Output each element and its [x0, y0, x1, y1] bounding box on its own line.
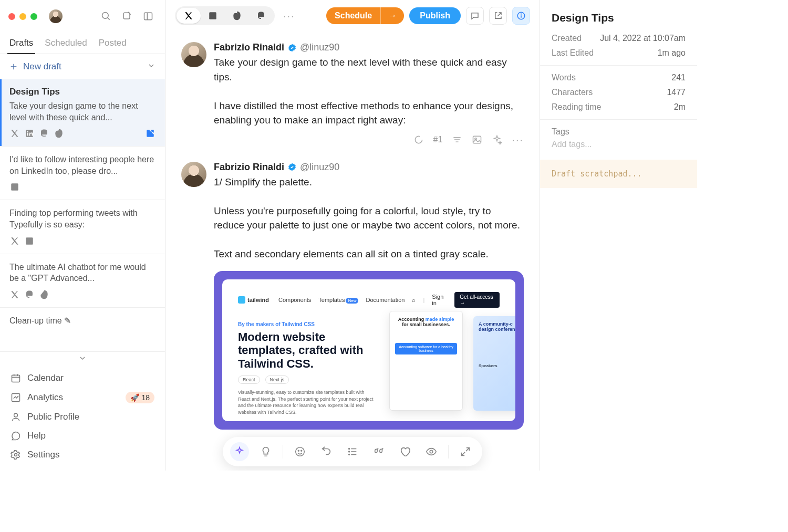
info-icon[interactable] [512, 7, 530, 25]
main-editor: ··· Schedule → Publish Fabrizio Rinaldi … [165, 0, 540, 471]
svg-point-31 [301, 450, 302, 451]
idea-icon[interactable] [256, 442, 275, 461]
thread-editor[interactable]: Fabrizio Rinaldi @linuz90 Take your desi… [165, 32, 540, 471]
platform-mastodon[interactable] [249, 8, 273, 24]
mastodon-icon [24, 289, 35, 300]
svg-point-22 [521, 14, 522, 14]
publish-button[interactable]: Publish [409, 7, 461, 24]
draft-item[interactable]: Design Tips Take your design game to the… [0, 79, 165, 147]
draft-item[interactable]: Clean-up time ✎ [0, 308, 165, 339]
schedule-menu-arrow[interactable]: → [380, 7, 404, 24]
details-panel: Design Tips CreatedJul 4, 2022 at 10:07a… [540, 0, 697, 471]
draft-item[interactable]: I'd like to follow interesting people he… [0, 147, 165, 200]
minimize-window[interactable] [19, 13, 26, 20]
floating-toolbar [223, 437, 482, 466]
author-avatar [181, 162, 206, 187]
expand-icon[interactable] [456, 442, 475, 461]
verified-icon [287, 43, 297, 53]
more-icon[interactable]: ··· [512, 134, 524, 146]
titlebar [0, 0, 165, 33]
x-icon [9, 236, 20, 246]
editor-toolbar: ··· Schedule → Publish [165, 0, 540, 32]
threads-icon [54, 128, 64, 139]
nav-help[interactable]: Help [4, 426, 161, 445]
svg-point-29 [296, 447, 305, 456]
attachment-logo: tailwind [238, 296, 269, 304]
search-icon: ⌕ [412, 297, 416, 303]
new-draft-button[interactable]: New draft [9, 61, 61, 72]
search-icon[interactable] [98, 8, 115, 25]
list-icon[interactable] [343, 442, 362, 461]
platform-switcher [175, 6, 275, 25]
svg-point-30 [298, 450, 299, 451]
comments-icon[interactable] [466, 7, 484, 25]
threads-icon [39, 289, 49, 300]
platform-linkedin[interactable] [201, 8, 225, 24]
align-icon[interactable] [452, 134, 462, 145]
tweet-attachment[interactable]: tailwind Components TemplatesNew Documen… [214, 271, 524, 430]
platform-x[interactable] [177, 8, 201, 24]
tab-drafts[interactable]: Drafts [9, 33, 33, 54]
svg-rect-3 [144, 13, 152, 19]
open-external-icon[interactable] [145, 128, 155, 139]
drafts-list[interactable]: Design Tips Take your design game to the… [0, 79, 165, 351]
tweet-tools: #1 ··· [214, 134, 524, 146]
sparkle-icon[interactable] [492, 134, 502, 145]
schedule-button[interactable]: Schedule → [326, 7, 404, 24]
new-draft-menu[interactable] [147, 61, 155, 72]
tab-scheduled[interactable]: Scheduled [45, 33, 87, 54]
svg-point-0 [102, 13, 109, 19]
sidebar-footer: Calendar Analytics🚀 18 Public Profile He… [0, 364, 165, 471]
collapse-toggle[interactable] [0, 351, 165, 364]
svg-rect-27 [473, 137, 481, 143]
heart-icon[interactable] [396, 442, 414, 461]
verified-icon [287, 162, 297, 172]
tweet: Fabrizio Rinaldi @linuz90 1/ Simplify th… [181, 162, 524, 430]
tags-label: Tags [552, 127, 686, 137]
draft-preview: I'd like to follow interesting people he… [9, 154, 155, 176]
nav-calendar[interactable]: Calendar [4, 369, 161, 388]
linkedin-icon [9, 182, 20, 192]
close-window[interactable] [8, 13, 15, 20]
undo-icon[interactable] [317, 442, 336, 461]
svg-rect-12 [12, 375, 20, 382]
svg-line-1 [108, 18, 110, 20]
maximize-window[interactable] [30, 13, 37, 20]
preview-icon[interactable] [422, 442, 441, 461]
platform-threads[interactable] [225, 8, 249, 24]
x-icon [9, 289, 20, 300]
details-title: Design Tips [552, 12, 686, 24]
nav-settings[interactable]: Settings [4, 445, 161, 464]
linkedin-icon [24, 128, 35, 139]
scratchpad[interactable]: Draft scratchpad... [540, 160, 697, 188]
open-external-icon[interactable] [489, 7, 507, 25]
emoji-icon[interactable] [291, 442, 309, 461]
ai-sparkle-icon[interactable] [230, 442, 249, 461]
svg-point-37 [349, 454, 350, 455]
more-platforms[interactable]: ··· [280, 10, 298, 22]
draft-item[interactable]: Finding top performing tweets with Typef… [0, 200, 165, 254]
tags-input[interactable]: Add tags... [552, 140, 686, 149]
tweet-body[interactable]: 1/ Simplify the palette. Unless you're p… [214, 175, 524, 262]
draft-item[interactable]: The ultimate AI chatbot for me would be … [0, 254, 165, 308]
tweet-number[interactable]: #1 [433, 135, 443, 144]
quote-icon[interactable] [369, 442, 388, 461]
user-avatar[interactable] [49, 9, 63, 23]
svg-point-35 [349, 448, 350, 450]
compose-icon[interactable] [119, 8, 136, 25]
nav-profile[interactable]: Public Profile [4, 408, 161, 426]
author-handle: @linuz90 [300, 42, 339, 53]
sidebar: Drafts Scheduled Posted New draft Design… [0, 0, 165, 471]
nav-analytics[interactable]: Analytics🚀 18 [4, 388, 161, 408]
tweet-body[interactable]: Take your design game to the next level … [214, 55, 524, 128]
svg-rect-19 [209, 12, 216, 19]
draft-preview: Take your design game to the next level … [9, 100, 155, 123]
image-icon[interactable] [472, 134, 482, 145]
loading-icon[interactable] [413, 134, 424, 145]
sidebar-toggle-icon[interactable] [140, 8, 157, 25]
tab-posted[interactable]: Posted [99, 33, 127, 54]
new-draft-label: New draft [23, 61, 61, 72]
tweet: Fabrizio Rinaldi @linuz90 Take your desi… [181, 42, 524, 146]
traffic-lights [8, 13, 37, 20]
author-name: Fabrizio Rinaldi [214, 162, 284, 173]
